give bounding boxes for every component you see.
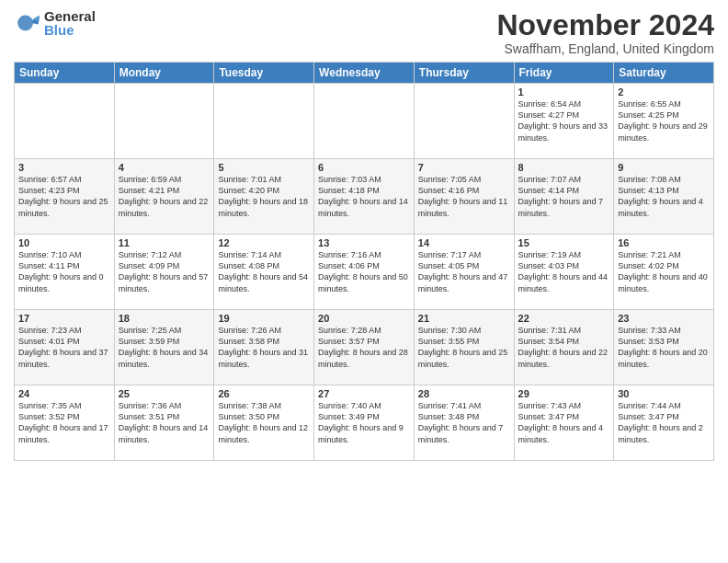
- calendar-week-row: 17Sunrise: 7:23 AM Sunset: 4:01 PM Dayli…: [15, 310, 714, 385]
- day-number: 20: [318, 313, 410, 324]
- day-info: Sunrise: 7:14 AM Sunset: 4:08 PM Dayligh…: [218, 249, 310, 294]
- table-row: [114, 84, 214, 159]
- table-row: 18Sunrise: 7:25 AM Sunset: 3:59 PM Dayli…: [114, 310, 214, 385]
- col-tuesday: Tuesday: [214, 63, 314, 84]
- table-row: 12Sunrise: 7:14 AM Sunset: 4:08 PM Dayli…: [214, 235, 314, 310]
- logo-general-label: General: [44, 9, 96, 23]
- col-saturday: Saturday: [614, 63, 714, 84]
- table-row: 23Sunrise: 7:33 AM Sunset: 3:53 PM Dayli…: [614, 310, 714, 385]
- day-info: Sunrise: 7:43 AM Sunset: 3:47 PM Dayligh…: [518, 400, 610, 445]
- table-row: [214, 84, 314, 159]
- table-row: 22Sunrise: 7:31 AM Sunset: 3:54 PM Dayli…: [514, 310, 614, 385]
- day-info: Sunrise: 7:41 AM Sunset: 3:48 PM Dayligh…: [418, 400, 510, 445]
- table-row: [314, 84, 415, 159]
- table-row: 6Sunrise: 7:03 AM Sunset: 4:18 PM Daylig…: [314, 159, 415, 235]
- day-number: 17: [18, 313, 110, 324]
- col-friday: Friday: [514, 63, 614, 84]
- day-number: 8: [518, 162, 610, 173]
- day-info: Sunrise: 6:59 AM Sunset: 4:21 PM Dayligh…: [119, 174, 210, 219]
- table-row: 28Sunrise: 7:41 AM Sunset: 3:48 PM Dayli…: [414, 385, 514, 461]
- table-row: 17Sunrise: 7:23 AM Sunset: 4:01 PM Dayli…: [15, 310, 115, 385]
- day-number: 23: [618, 313, 710, 324]
- day-number: 13: [318, 237, 410, 248]
- day-info: Sunrise: 7:01 AM Sunset: 4:20 PM Dayligh…: [218, 174, 310, 219]
- day-number: 27: [318, 388, 410, 399]
- day-number: 19: [218, 313, 310, 324]
- table-row: 19Sunrise: 7:26 AM Sunset: 3:58 PM Dayli…: [214, 310, 314, 385]
- day-info: Sunrise: 7:10 AM Sunset: 4:11 PM Dayligh…: [18, 249, 110, 294]
- day-info: Sunrise: 7:30 AM Sunset: 3:55 PM Dayligh…: [418, 325, 510, 370]
- table-row: 9Sunrise: 7:08 AM Sunset: 4:13 PM Daylig…: [614, 159, 714, 235]
- day-info: Sunrise: 7:40 AM Sunset: 3:49 PM Dayligh…: [318, 400, 410, 445]
- table-row: 15Sunrise: 7:19 AM Sunset: 4:03 PM Dayli…: [514, 235, 614, 310]
- day-number: 7: [418, 162, 510, 173]
- table-row: 5Sunrise: 7:01 AM Sunset: 4:20 PM Daylig…: [214, 159, 314, 235]
- day-number: 4: [119, 162, 210, 173]
- svg-marker-2: [34, 16, 40, 21]
- day-number: 29: [518, 388, 610, 399]
- day-number: 6: [318, 162, 410, 173]
- day-number: 16: [618, 237, 710, 248]
- month-title: November 2024: [496, 9, 714, 41]
- day-number: 22: [518, 313, 610, 324]
- day-info: Sunrise: 6:54 AM Sunset: 4:27 PM Dayligh…: [518, 98, 610, 144]
- col-thursday: Thursday: [414, 63, 514, 84]
- day-number: 2: [618, 86, 710, 98]
- day-number: 10: [18, 237, 110, 248]
- col-wednesday: Wednesday: [314, 63, 415, 84]
- day-info: Sunrise: 7:05 AM Sunset: 4:16 PM Dayligh…: [418, 174, 510, 219]
- calendar-week-row: 1Sunrise: 6:54 AM Sunset: 4:27 PM Daylig…: [15, 84, 714, 159]
- day-info: Sunrise: 7:23 AM Sunset: 4:01 PM Dayligh…: [18, 325, 110, 370]
- table-row: 1Sunrise: 6:54 AM Sunset: 4:27 PM Daylig…: [514, 84, 614, 159]
- col-monday: Monday: [114, 63, 214, 84]
- location: Swaffham, England, United Kingdom: [496, 41, 714, 56]
- logo-blue-label: Blue: [44, 23, 96, 37]
- page: General Blue November 2024 Swaffham, Eng…: [0, 0, 728, 563]
- day-number: 15: [518, 237, 610, 248]
- table-row: 24Sunrise: 7:35 AM Sunset: 3:52 PM Dayli…: [15, 385, 115, 461]
- day-info: Sunrise: 7:38 AM Sunset: 3:50 PM Dayligh…: [218, 400, 310, 445]
- header: General Blue November 2024 Swaffham, Eng…: [14, 9, 714, 56]
- day-info: Sunrise: 7:08 AM Sunset: 4:13 PM Dayligh…: [618, 174, 710, 219]
- logo: General Blue: [14, 9, 96, 37]
- title-section: November 2024 Swaffham, England, United …: [496, 9, 714, 56]
- day-info: Sunrise: 6:57 AM Sunset: 4:23 PM Dayligh…: [18, 174, 110, 219]
- table-row: [414, 84, 514, 159]
- day-info: Sunrise: 7:28 AM Sunset: 3:57 PM Dayligh…: [318, 325, 410, 370]
- day-number: 3: [18, 162, 110, 173]
- day-info: Sunrise: 7:44 AM Sunset: 3:47 PM Dayligh…: [618, 400, 710, 445]
- logo-text: General Blue: [44, 9, 96, 37]
- day-number: 1: [518, 86, 610, 98]
- day-number: 21: [418, 313, 510, 324]
- day-number: 9: [618, 162, 710, 173]
- day-number: 26: [218, 388, 310, 399]
- table-row: 21Sunrise: 7:30 AM Sunset: 3:55 PM Dayli…: [414, 310, 514, 385]
- day-info: Sunrise: 7:12 AM Sunset: 4:09 PM Dayligh…: [119, 249, 210, 294]
- table-row: [15, 84, 115, 159]
- day-info: Sunrise: 7:21 AM Sunset: 4:02 PM Dayligh…: [618, 249, 710, 294]
- col-sunday: Sunday: [15, 63, 115, 84]
- table-row: 11Sunrise: 7:12 AM Sunset: 4:09 PM Dayli…: [114, 235, 214, 310]
- day-info: Sunrise: 7:03 AM Sunset: 4:18 PM Dayligh…: [318, 174, 410, 219]
- calendar-week-row: 10Sunrise: 7:10 AM Sunset: 4:11 PM Dayli…: [15, 235, 714, 310]
- calendar-table: Sunday Monday Tuesday Wednesday Thursday…: [14, 62, 714, 461]
- table-row: 4Sunrise: 6:59 AM Sunset: 4:21 PM Daylig…: [114, 159, 214, 235]
- table-row: 13Sunrise: 7:16 AM Sunset: 4:06 PM Dayli…: [314, 235, 415, 310]
- calendar-week-row: 24Sunrise: 7:35 AM Sunset: 3:52 PM Dayli…: [15, 385, 714, 461]
- day-number: 11: [119, 237, 210, 248]
- day-number: 5: [218, 162, 310, 173]
- day-info: Sunrise: 7:25 AM Sunset: 3:59 PM Dayligh…: [119, 325, 210, 370]
- day-info: Sunrise: 7:36 AM Sunset: 3:51 PM Dayligh…: [119, 400, 210, 445]
- day-number: 24: [18, 388, 110, 399]
- logo-icon: [14, 10, 40, 36]
- table-row: 16Sunrise: 7:21 AM Sunset: 4:02 PM Dayli…: [614, 235, 714, 310]
- table-row: 2Sunrise: 6:55 AM Sunset: 4:25 PM Daylig…: [614, 84, 714, 159]
- table-row: 8Sunrise: 7:07 AM Sunset: 4:14 PM Daylig…: [514, 159, 614, 235]
- table-row: 25Sunrise: 7:36 AM Sunset: 3:51 PM Dayli…: [114, 385, 214, 461]
- day-number: 28: [418, 388, 510, 399]
- day-number: 12: [218, 237, 310, 248]
- table-row: 30Sunrise: 7:44 AM Sunset: 3:47 PM Dayli…: [614, 385, 714, 461]
- table-row: 7Sunrise: 7:05 AM Sunset: 4:16 PM Daylig…: [414, 159, 514, 235]
- day-info: Sunrise: 7:33 AM Sunset: 3:53 PM Dayligh…: [618, 325, 710, 370]
- table-row: 10Sunrise: 7:10 AM Sunset: 4:11 PM Dayli…: [15, 235, 115, 310]
